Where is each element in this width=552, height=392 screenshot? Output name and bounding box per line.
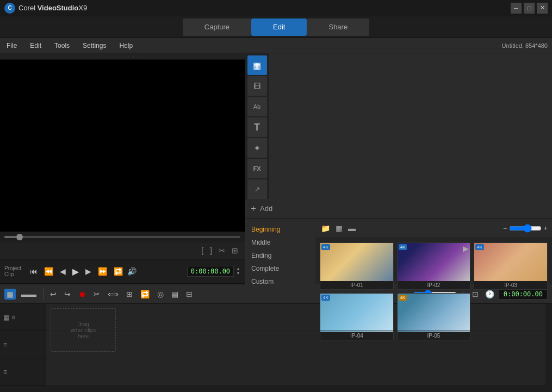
thumb-img-ip02: 4K ▶	[398, 243, 470, 281]
timeline-vertical-scrollbar[interactable]	[545, 304, 552, 385]
maximize-button[interactable]: □	[524, 3, 535, 14]
add-button[interactable]: ＋ Add	[249, 203, 272, 214]
scrubber-track[interactable]	[4, 236, 240, 238]
preview-dots: · · · · · · · · · ·	[101, 54, 144, 59]
thumbnail-ip03[interactable]: 4K IP-03	[474, 242, 548, 290]
preview-panel: · · · · · · · · · · [ ] ✂ ⊞ Project Clip…	[0, 53, 245, 283]
thumb-label-ip02: IP-02	[398, 281, 470, 289]
cat-middle[interactable]: Middle	[245, 236, 315, 249]
rewind-start-button[interactable]: ⏮	[28, 266, 40, 277]
repeat-button[interactable]: 🔁	[111, 266, 125, 277]
tab-bar: Capture Edit Share	[0, 16, 552, 38]
strip-icon-effects[interactable]: ✦	[247, 138, 267, 158]
overlay-track-row	[46, 331, 545, 358]
undo-button[interactable]: ↩	[48, 289, 59, 300]
timecode-display: 0:00:00.00	[187, 266, 234, 277]
minimize-button[interactable]: ─	[511, 3, 522, 14]
project-label: Project	[4, 265, 21, 271]
strip-icon-transitions[interactable]: 🎞	[247, 76, 267, 96]
thumbnail-ip02[interactable]: 4K ▶ IP-02	[397, 242, 471, 290]
main-area: · · · · · · · · · · [ ] ✂ ⊞ Project Clip…	[0, 53, 552, 283]
strip-icon-extras[interactable]: ↗	[247, 179, 267, 199]
fast-forward-button[interactable]: ⏩	[96, 266, 109, 277]
video-track-row: Dragvideo clipshere	[46, 304, 545, 331]
overlay-track-icon: ≡	[3, 341, 7, 349]
batch-button[interactable]: ⊞	[124, 289, 135, 300]
right-area: ▦ 🎞 Ab T ✦ FX ↗ ＋ Add Beginning Middle	[245, 53, 552, 283]
timeline-tracks: ▦ ⚙ ≡ ≡ Dragvideo clipshere	[0, 304, 552, 385]
split-screen-button[interactable]: ⊟	[184, 289, 195, 300]
size-slider[interactable]	[509, 224, 542, 233]
scrubber-filled	[4, 236, 16, 238]
cat-ending[interactable]: Ending	[245, 249, 315, 262]
next-frame-button[interactable]: ▶	[83, 266, 94, 277]
menu-tools[interactable]: Tools	[52, 41, 72, 51]
strip-icon-media[interactable]: ▦	[247, 55, 267, 75]
tab-edit[interactable]: Edit	[251, 18, 307, 36]
storyboard-view-button[interactable]: ▬▬	[19, 289, 39, 300]
menu-file[interactable]: File	[4, 41, 19, 51]
scrubber-thumb[interactable]	[16, 234, 23, 240]
trim-button[interactable]: ✂	[91, 289, 102, 300]
video-preview	[0, 60, 245, 232]
strip-icon-titles[interactable]: Ab	[247, 97, 267, 116]
zoom-in-icon: +	[544, 225, 548, 232]
clock-button[interactable]: 🕐	[483, 289, 497, 300]
redo-button[interactable]: ↪	[62, 289, 73, 300]
track-content: Dragvideo clipshere	[46, 304, 545, 385]
scrubber-track-container[interactable]	[0, 232, 245, 242]
step-back-button[interactable]: ⏪	[42, 266, 55, 277]
timeline-timecode: 0:00:00.00	[499, 289, 548, 300]
cut-button[interactable]: ✂	[216, 245, 227, 256]
audio-track-row	[46, 358, 545, 385]
menu-settings[interactable]: Settings	[80, 41, 108, 51]
bracket-out-button[interactable]: ]	[208, 245, 214, 256]
strip-icon-text[interactable]: T	[247, 117, 267, 137]
timeline-view-button[interactable]: ▦	[4, 289, 16, 300]
titlebar: C Corel VideoStudioX9 ─ □ ✕	[0, 0, 552, 16]
strip-icon-fx[interactable]: FX	[247, 159, 267, 178]
track-label-overlay: ≡	[0, 331, 46, 358]
zoom-out-icon: −	[503, 225, 507, 232]
clip-label: Clip	[4, 271, 21, 277]
video-track-controls: ⚙	[11, 314, 16, 320]
track-label-video: ▦ ⚙	[0, 304, 46, 331]
plus-icon: ＋	[249, 203, 258, 214]
folder-icon-button[interactable]: 📁	[320, 223, 331, 234]
play-button[interactable]: ▶	[70, 265, 81, 278]
audio-track-icon: ≡	[3, 368, 7, 376]
thumbnail-ip01[interactable]: 4K IP-01	[320, 242, 394, 290]
mix-button[interactable]: ◎	[155, 289, 166, 300]
close-button[interactable]: ✕	[537, 3, 548, 14]
thumb-img-ip01: 4K	[320, 243, 393, 281]
tab-capture[interactable]: Capture	[183, 18, 251, 36]
timeline-horizontal-scrollbar[interactable]	[0, 385, 552, 392]
menu-help[interactable]: Help	[117, 41, 135, 51]
menu-edit[interactable]: Edit	[28, 41, 44, 51]
subtitle-button[interactable]: ▤	[169, 289, 181, 300]
track-label-audio: ≡	[0, 358, 46, 385]
titlebar-left: C Corel VideoStudioX9	[4, 3, 87, 14]
cat-beginning[interactable]: Beginning	[245, 223, 315, 236]
thumb-label-ip01: IP-01	[320, 281, 393, 289]
add-label: Add	[260, 204, 272, 213]
volume-button[interactable]: 🔊	[127, 267, 137, 276]
icon-strip: ▦ 🎞 Ab T ✦ FX ↗	[245, 53, 269, 199]
timecode-down-button[interactable]: ▼	[236, 271, 240, 276]
track-settings-button[interactable]: ⚙	[11, 315, 16, 320]
badge-ip05: 4K	[399, 295, 407, 301]
prev-frame-button[interactable]: ◀	[58, 266, 68, 277]
thumbnail-view-button[interactable]: ▦	[334, 223, 344, 234]
record-button[interactable]: ⏺	[76, 289, 88, 300]
video-track-icon: ▦	[3, 314, 9, 321]
ripple-button[interactable]: ⟺	[106, 289, 121, 300]
tab-share[interactable]: Share	[307, 18, 369, 36]
copy-button[interactable]: ⊞	[230, 245, 240, 256]
bracket-in-button[interactable]: [	[199, 245, 206, 256]
thumbnail-toolbar: 📁 ▦ ▬ − +	[315, 219, 552, 238]
loop-button[interactable]: 🔁	[138, 289, 152, 300]
fit-button[interactable]: ⊡	[470, 289, 481, 300]
detail-view-button[interactable]: ▬	[347, 223, 357, 234]
cat-complete[interactable]: Complete	[245, 262, 315, 275]
track-labels: ▦ ⚙ ≡ ≡	[0, 304, 46, 385]
